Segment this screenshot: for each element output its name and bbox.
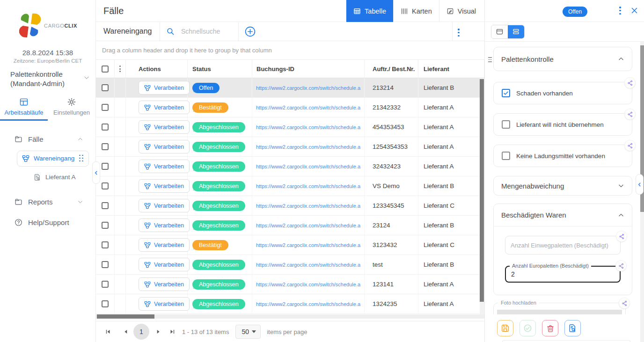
section-mengenabweichung[interactable]: Mengenabweichung (493, 176, 632, 196)
row-checkbox[interactable] (102, 202, 109, 209)
verarbeiten-button[interactable]: Verarbeiten (139, 120, 190, 134)
row-checkbox[interactable] (102, 84, 109, 91)
buchungs-id-link[interactable]: https://www2.cargoclix.com/switch/schedu… (256, 301, 360, 307)
verarbeiten-button[interactable]: Verarbeiten (139, 140, 190, 153)
row-checkbox[interactable] (102, 300, 109, 307)
drag-handle-icon[interactable] (79, 155, 84, 162)
buchungs-id-link[interactable]: https://www2.cargoclix.com/switch/schedu… (256, 282, 360, 287)
table-row[interactable]: Verarbeiten .. Abgeschlossen https://www… (96, 294, 484, 314)
share-icon[interactable] (624, 140, 636, 151)
vertical-scrollbar-thumb[interactable] (480, 79, 484, 302)
row-checkbox[interactable] (102, 222, 109, 229)
buchungs-id-link[interactable]: https://www2.cargoclix.com/switch/schedu… (256, 164, 360, 169)
tab-visual[interactable]: Visual (439, 0, 483, 22)
list-view-button[interactable] (508, 25, 524, 38)
sidebar-collapse-toggle[interactable] (92, 161, 100, 184)
delete-button[interactable] (542, 320, 558, 336)
confirm-button[interactable] (520, 320, 536, 336)
checkbox[interactable] (502, 89, 510, 97)
row-checkbox[interactable] (102, 124, 109, 131)
buchungs-id-link[interactable]: https://www2.cargoclix.com/switch/schedu… (256, 144, 360, 150)
toolbar-menu-icon[interactable] (458, 29, 460, 36)
column-header-auftr[interactable]: Auftr./ Best.Nr. (365, 60, 418, 78)
horizontal-scrollbar[interactable] (96, 314, 484, 319)
row-checkbox[interactable] (102, 241, 109, 248)
tab-karten[interactable]: Karten (393, 0, 439, 22)
sidebar-item-wareneingang[interactable]: Wareneingang (17, 151, 89, 167)
sidebar-item-reports[interactable]: Reports (0, 196, 95, 209)
table-row[interactable]: Verarbeiten .. Abgeschlossen https://www… (96, 275, 484, 294)
select-all-checkbox[interactable] (102, 65, 109, 73)
next-page-button[interactable] (155, 328, 161, 335)
sidebar-item-lieferant-a[interactable]: Lieferant A (0, 171, 95, 183)
row-checkbox[interactable] (102, 143, 109, 150)
page-size-select[interactable]: 50 (235, 325, 261, 339)
verarbeiten-button[interactable]: Verarbeiten (139, 297, 190, 311)
column-header-buchungs-id[interactable]: Buchungs-ID (252, 60, 365, 78)
card-view-button[interactable] (491, 25, 508, 38)
verarbeiten-button[interactable]: Verarbeiten (139, 218, 190, 232)
column-header-lieferant[interactable]: Lieferant (418, 60, 484, 78)
table-row[interactable]: Verarbeiten .. Abgeschlossen https://www… (96, 196, 484, 216)
buchungs-id-link[interactable]: https://www2.cargoclix.com/switch/schedu… (256, 223, 360, 228)
table-row[interactable]: Verarbeiten .. Abgeschlossen https://www… (96, 117, 484, 137)
add-case-button[interactable] (244, 26, 256, 37)
share-icon[interactable] (624, 77, 636, 88)
save-button[interactable] (497, 320, 513, 336)
table-row[interactable]: Verarbeiten .. Abgeschlossen https://www… (96, 137, 484, 157)
row-checkbox[interactable] (102, 182, 109, 189)
vertical-scrollbar[interactable] (480, 78, 484, 314)
tab-arbeitsablaeufe[interactable]: Arbeitsabläufe (0, 95, 48, 121)
sidebar-item-faelle[interactable]: Fälle (0, 133, 95, 146)
verarbeiten-button[interactable]: Verarbeiten (139, 258, 190, 271)
verarbeiten-button[interactable]: Verarbeiten (139, 101, 190, 114)
verarbeiten-button[interactable]: Verarbeiten (139, 199, 190, 212)
buchungs-id-link[interactable]: https://www2.cargoclix.com/switch/schedu… (256, 85, 360, 91)
checkbox[interactable] (502, 152, 510, 160)
previous-page-button[interactable] (123, 328, 129, 335)
verarbeiten-button[interactable]: Verarbeiten (139, 277, 190, 291)
panel-menu-icon[interactable] (619, 7, 621, 15)
verarbeiten-button[interactable]: Verarbeiten (139, 179, 190, 193)
panel-collapse-toggle[interactable] (636, 174, 644, 195)
column-header-actions[interactable]: Actions (126, 60, 188, 78)
table-row[interactable]: Verarbeiten .. Abgeschlossen https://www… (96, 176, 484, 196)
beschaedigte-waren-header[interactable]: Beschädigten Waren (494, 204, 632, 226)
column-menu-icon[interactable] (115, 60, 126, 78)
column-header-status[interactable]: Status (188, 60, 252, 78)
tab-tabelle[interactable]: Tabelle (346, 0, 393, 22)
verarbeiten-button[interactable]: Verarbeiten (139, 160, 190, 173)
table-row[interactable]: Verarbeiten .. Bestätigt https://www2.ca… (96, 235, 484, 255)
search-input[interactable]: Schnellsuche (160, 27, 238, 36)
horizontal-scrollbar-thumb[interactable] (97, 314, 154, 319)
row-checkbox[interactable] (102, 261, 109, 268)
close-icon[interactable] (630, 7, 638, 15)
row-checkbox[interactable] (102, 104, 109, 111)
buchungs-id-link[interactable]: https://www2.cargoclix.com/switch/schedu… (256, 105, 360, 110)
share-icon[interactable] (616, 231, 627, 242)
row-checkbox[interactable] (102, 281, 109, 288)
europaletten-input[interactable]: Anzahl Europaletten (Beschädigt) 2 (505, 266, 621, 283)
buchungs-id-link[interactable]: https://www2.cargoclix.com/switch/schedu… (256, 203, 360, 209)
first-page-button[interactable] (105, 328, 111, 335)
table-row[interactable]: Verarbeiten .. Abgeschlossen https://www… (96, 216, 484, 235)
sidebar-item-help[interactable]: Help/Support (0, 216, 95, 229)
table-row[interactable]: Verarbeiten .. Abgeschlossen https://www… (96, 255, 484, 275)
section-palettenkontrolle[interactable]: Palettenkontrolle (493, 47, 632, 71)
share-icon[interactable] (615, 260, 627, 271)
tab-einstellungen[interactable]: Einstellungen (48, 95, 95, 121)
verarbeiten-button[interactable]: Verarbeiten (139, 238, 190, 252)
checkbox[interactable] (502, 120, 510, 129)
section-drag-handle-icon[interactable] (488, 57, 492, 62)
last-page-button[interactable] (169, 328, 176, 335)
table-row[interactable]: Verarbeiten .. Abgeschlossen https://www… (96, 157, 484, 176)
einwegpaletten-input[interactable]: Anzahl Einwegpaletten (Beschädigt) (505, 236, 621, 255)
buchungs-id-link[interactable]: https://www2.cargoclix.com/switch/schedu… (256, 262, 360, 268)
buchungs-id-link[interactable]: https://www2.cargoclix.com/switch/schedu… (256, 124, 360, 130)
share-icon[interactable] (619, 298, 630, 309)
table-row[interactable]: Verarbeiten .. Bestätigt https://www2.ca… (96, 98, 484, 117)
preview-button[interactable] (564, 320, 581, 336)
buchungs-id-link[interactable]: https://www2.cargoclix.com/switch/schedu… (256, 183, 360, 189)
share-icon[interactable] (624, 109, 636, 120)
row-checkbox[interactable] (102, 163, 109, 170)
